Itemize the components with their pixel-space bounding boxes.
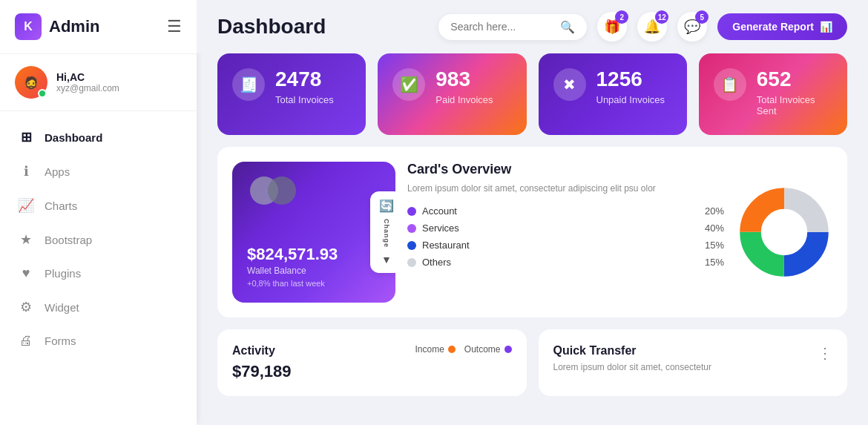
total-invoices-icon: 🧾: [232, 68, 265, 101]
stat-card-invoices-sent: 📋 652 Total Invoices Sent: [699, 53, 847, 135]
bell-button[interactable]: 🔔 12: [637, 12, 667, 42]
user-info: Hi,AC xyz@gmail.com: [56, 71, 119, 93]
gift-badge: 2: [615, 10, 628, 24]
legend-label-restaurant: Restaurant: [407, 240, 470, 251]
income-dot: [448, 346, 456, 353]
legend-pct-services: 40%: [705, 223, 724, 234]
activity-amount: $79,189: [232, 362, 512, 381]
bootstrap-icon: ★: [18, 231, 34, 248]
quick-transfer-card: Quick Transfer Lorem ipsum dolor sit ame…: [539, 329, 848, 396]
activity-header: Activity Income Outcome: [232, 344, 512, 362]
sidebar-logo: K Admin: [15, 13, 99, 40]
apps-icon: ℹ: [18, 163, 34, 179]
user-section: 🧔 Hi,AC xyz@gmail.com: [0, 54, 197, 111]
activity-card: Activity Income Outcome $79,189: [217, 329, 527, 396]
legend-row-account: Account 20%: [407, 205, 724, 217]
legend-text-restaurant: Restaurant: [422, 240, 470, 251]
legend-pct-restaurant: 15%: [705, 240, 724, 251]
search-icon: 🔍: [560, 20, 575, 34]
wallet-growth: +0,8% than last week: [247, 279, 381, 288]
stat-card-unpaid-invoices: ✖ 1256 Unpaid Invoices: [539, 53, 687, 135]
sidebar-item-dashboard[interactable]: ⊞ Dashboard: [0, 120, 197, 154]
widget-icon: ⚙: [18, 299, 34, 315]
sidebar-item-charts[interactable]: 📈 Charts: [0, 188, 197, 223]
sidebar-item-plugins[interactable]: ♥ Plugins: [0, 257, 197, 290]
message-button[interactable]: 💬 5: [677, 12, 707, 42]
legend-row-others: Others 15%: [407, 257, 724, 268]
user-name: Hi,AC: [56, 71, 119, 83]
quick-transfer-title-group: Quick Transfer Lorem ipsum dolor sit ame…: [553, 344, 711, 372]
paid-invoices-icon: ✅: [392, 68, 425, 101]
widget-label: Widget: [45, 301, 79, 314]
outcome-label: Outcome: [464, 344, 501, 355]
main-header: Dashboard 🔍 🎁 2 🔔 12 💬 5 Generate Report…: [197, 0, 868, 53]
overview-details: Card's Overview Lorem ipsum dolor sit am…: [407, 162, 724, 303]
stat-card-paid-invoices: ✅ 983 Paid Invoices: [378, 53, 526, 135]
sidebar-header: K Admin ☰: [0, 0, 197, 54]
card-circles: [250, 177, 296, 205]
card-overview-section: 🔄 Change ▼ $824,571.93 Wallet Balance +0…: [217, 147, 847, 317]
quick-transfer-title: Quick Transfer: [553, 344, 711, 358]
outcome-legend: Outcome: [464, 344, 512, 355]
forms-icon: 🖨: [18, 333, 34, 349]
generate-report-label: Generate Report: [732, 21, 814, 33]
sidebar-item-bootstrap[interactable]: ★ Bootstrap: [0, 223, 197, 257]
dashboard-label: Dashboard: [45, 131, 102, 144]
legend-text-account: Account: [422, 205, 457, 217]
unpaid-invoices-number: 1256: [596, 68, 665, 91]
invoices-sent-icon: 📋: [714, 68, 746, 101]
plugins-icon: ♥: [18, 266, 34, 281]
sidebar-item-apps[interactable]: ℹ Apps: [0, 154, 197, 188]
sidebar-item-widget[interactable]: ⚙ Widget: [0, 290, 197, 324]
legend-text-others: Others: [422, 257, 451, 268]
bell-badge: 12: [655, 10, 668, 24]
legend-label-account: Account: [407, 205, 457, 217]
legend-label-others: Others: [407, 257, 451, 268]
paid-invoices-number: 983: [435, 68, 493, 91]
invoices-sent-label: Total Invoices Sent: [757, 94, 832, 116]
income-legend: Income: [415, 344, 455, 355]
total-invoices-number: 2478: [275, 68, 334, 91]
donut-chart-wrap: [736, 162, 832, 303]
legend-pct-account: 20%: [705, 205, 724, 217]
generate-report-button[interactable]: Generate Report 📊: [717, 13, 847, 40]
sidebar: K Admin ☰ 🧔 Hi,AC xyz@gmail.com ⊞ Dashbo…: [0, 0, 197, 425]
income-label: Income: [415, 344, 444, 355]
unpaid-invoices-icon: ✖: [553, 68, 586, 101]
legend-label-services: Services: [407, 223, 459, 234]
search-box[interactable]: 🔍: [438, 14, 587, 40]
search-input[interactable]: [450, 21, 554, 33]
gift-button[interactable]: 🎁 2: [597, 12, 627, 42]
hamburger-menu[interactable]: ☰: [167, 17, 182, 36]
main-content: Dashboard 🔍 🎁 2 🔔 12 💬 5 Generate Report…: [197, 0, 868, 425]
quick-transfer-menu[interactable]: ⋮: [818, 344, 832, 362]
chip-arrow-icon: ▼: [381, 254, 392, 266]
outcome-dot: [504, 346, 512, 353]
wallet-balance-amount: $824,571.93: [247, 245, 381, 264]
legend-dot-others: [407, 258, 416, 267]
sidebar-item-forms[interactable]: 🖨 Forms: [0, 324, 197, 358]
logo-letter: K: [24, 20, 33, 33]
stat-card-total-invoices: 🧾 2478 Total Invoices: [217, 53, 366, 135]
card-chip[interactable]: 🔄 Change ▼: [370, 191, 395, 273]
overview-row: 🔄 Change ▼ $824,571.93 Wallet Balance +0…: [197, 147, 868, 329]
legend-dot-restaurant: [407, 241, 416, 250]
circle-right: [268, 177, 296, 205]
overview-title: Card's Overview: [407, 162, 724, 177]
legend-dot-services: [407, 224, 416, 233]
user-email: xyz@gmail.com: [56, 83, 119, 93]
legend-dot-account: [407, 207, 416, 216]
unpaid-invoices-label: Unpaid Invoices: [596, 94, 665, 105]
sidebar-nav: ⊞ Dashboard ℹ Apps 📈 Charts ★ Bootstrap …: [0, 111, 197, 425]
paid-invoices-label: Paid Invoices: [435, 94, 493, 105]
avatar: 🧔: [15, 66, 47, 99]
overview-description: Lorem ipsum dolor sit amet, consectetur …: [407, 182, 724, 195]
legend-text-services: Services: [422, 223, 459, 234]
chip-refresh-icon: 🔄: [379, 199, 394, 213]
legend-row-restaurant: Restaurant 15%: [407, 240, 724, 251]
invoices-sent-number: 652: [757, 68, 832, 91]
activity-legend: Income Outcome: [415, 344, 511, 355]
logo-title: Admin: [49, 17, 99, 36]
page-title: Dashboard: [217, 15, 326, 39]
charts-label: Charts: [45, 200, 77, 212]
